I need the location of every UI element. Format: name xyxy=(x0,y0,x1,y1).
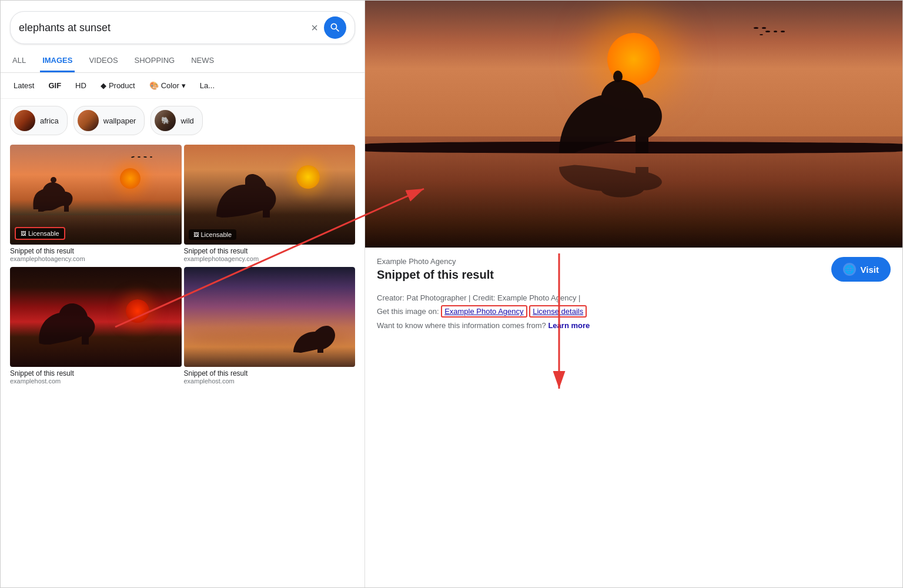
tab-images[interactable]: IMAGES xyxy=(40,50,75,72)
svg-point-0 xyxy=(51,177,56,183)
licensable-badge-1: 🖼 Licensable xyxy=(15,227,65,240)
filter-latest[interactable]: Latest xyxy=(10,79,38,92)
chips-row: africa wallpaper 🐘 wild xyxy=(1,99,364,142)
chip-africa[interactable]: africa xyxy=(10,106,68,135)
grid-source-2: examplephotoagency.com xyxy=(184,255,356,262)
filter-hd[interactable]: HD xyxy=(72,79,90,92)
grid-col-left: 🖼 Licensable Snippet of this result exam… xyxy=(10,145,182,385)
filter-gif[interactable]: GIF xyxy=(45,79,65,92)
chip-wallpaper-label: wallpaper xyxy=(103,116,136,125)
chip-wallpaper-thumb xyxy=(78,110,99,131)
globe-icon: 🌐 xyxy=(843,263,856,276)
viewer-detail: Example Photo Agency Snippet of this res… xyxy=(365,248,902,588)
filter-more[interactable]: La... xyxy=(196,79,218,92)
tabs-bar: ALL IMAGES VIDEOS SHOPPING NEWS xyxy=(1,50,364,73)
grid-caption-1: Snippet of this result xyxy=(10,247,182,255)
visit-button[interactable]: 🌐 Visit xyxy=(831,257,891,282)
elephant-silhouette-1 xyxy=(28,174,81,215)
viewer-elephant-silhouette xyxy=(553,71,671,159)
viewer-image: × xyxy=(365,1,902,248)
chip-africa-label: africa xyxy=(40,116,59,125)
grid-image-4 xyxy=(184,267,356,367)
detail-title-row: Example Photo Agency Snippet of this res… xyxy=(377,257,891,282)
grid-item-4[interactable]: Snippet of this result examplehost.com xyxy=(184,267,356,385)
tab-all[interactable]: ALL xyxy=(10,50,28,72)
tab-videos[interactable]: VIDEOS xyxy=(86,50,120,72)
elephant-silhouette-3 xyxy=(34,296,98,349)
dropdown-arrow-icon: ▾ xyxy=(182,81,186,90)
license-details-link[interactable]: License details xyxy=(529,305,587,318)
color-palette-icon: 🎨 xyxy=(149,81,159,90)
search-button[interactable] xyxy=(324,16,346,39)
detail-title: Snippet of this result xyxy=(377,268,494,282)
detail-agency: Example Photo Agency xyxy=(377,257,494,266)
detail-meta-line2: Get this image on: Example Photo Agency … xyxy=(377,305,891,318)
learn-more-link[interactable]: Learn more xyxy=(548,321,590,330)
grid-image-3 xyxy=(10,267,182,367)
detail-meta-line1: Creator: Pat Photographer | Credit: Exam… xyxy=(377,291,891,305)
right-panel: × xyxy=(365,1,902,588)
grid-source-4: examplehost.com xyxy=(184,377,356,385)
filter-color[interactable]: 🎨 Color ▾ xyxy=(146,79,189,92)
filters-row: Latest GIF HD ◆ Product 🎨 Color ▾ La... xyxy=(1,73,364,99)
clear-button[interactable]: × xyxy=(311,21,318,35)
grid-item-1[interactable]: 🖼 Licensable Snippet of this result exam… xyxy=(10,145,182,262)
grid-caption-2: Snippet of this result xyxy=(184,247,356,255)
viewer-elephant-reflection xyxy=(553,163,671,199)
left-panel: × ALL IMAGES VIDEOS SHOPPING NEWS Latest… xyxy=(1,1,365,588)
filter-product[interactable]: ◆ Product xyxy=(97,79,139,92)
grid-source-3: examplehost.com xyxy=(10,377,182,385)
licensable-badge-2: 🖼 Licensable xyxy=(189,229,237,240)
chip-wallpaper[interactable]: wallpaper xyxy=(73,106,145,135)
search-input[interactable] xyxy=(19,22,311,34)
tab-news[interactable]: NEWS xyxy=(189,50,216,72)
detail-meta: Creator: Pat Photographer | Credit: Exam… xyxy=(377,291,891,332)
grid-col-right: 🖼 Licensable Snippet of this result exam… xyxy=(184,145,356,385)
grid-item-2[interactable]: 🖼 Licensable Snippet of this result exam… xyxy=(184,145,356,262)
chip-wild-thumb: 🐘 xyxy=(155,110,176,131)
tab-shopping[interactable]: SHOPPING xyxy=(132,50,178,72)
detail-meta-line3: Want to know where this information come… xyxy=(377,319,891,332)
chip-wild-label: wild xyxy=(180,116,193,125)
image-grid: 🖼 Licensable Snippet of this result exam… xyxy=(1,142,364,588)
composite-wrapper: × ALL IMAGES VIDEOS SHOPPING NEWS Latest… xyxy=(1,1,902,588)
detail-info: Example Photo Agency Snippet of this res… xyxy=(377,257,494,282)
grid-source-1: examplephotoagency.com xyxy=(10,255,182,262)
grid-caption-4: Snippet of this result xyxy=(184,369,356,377)
chip-africa-thumb xyxy=(14,110,35,131)
search-bar: × xyxy=(10,11,355,44)
search-icon xyxy=(329,22,341,34)
chip-wild[interactable]: 🐘 wild xyxy=(150,106,202,135)
grid-item-3[interactable]: Snippet of this result examplehost.com xyxy=(10,267,182,385)
product-diamond-icon: ◆ xyxy=(101,81,106,90)
grid-caption-3: Snippet of this result xyxy=(10,369,182,377)
elephant-silhouette-2 xyxy=(213,168,284,221)
elephant-silhouette-4 xyxy=(290,320,337,355)
example-photo-agency-link[interactable]: Example Photo Agency xyxy=(441,305,527,318)
svg-point-1 xyxy=(613,71,623,82)
